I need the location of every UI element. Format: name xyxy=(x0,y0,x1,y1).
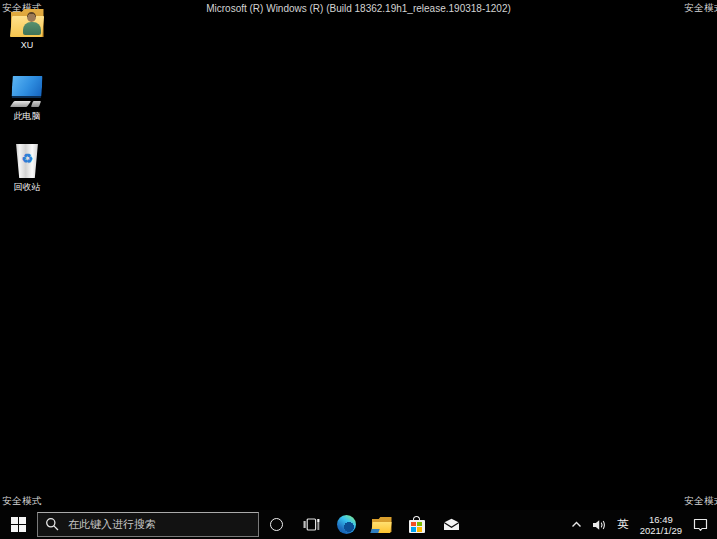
ime-indicator[interactable]: 英 xyxy=(612,510,634,539)
volume-icon xyxy=(592,519,607,531)
clock-time: 16:49 xyxy=(649,514,673,525)
taskbar-button-mail[interactable] xyxy=(434,510,469,539)
taskbar-button-store[interactable] xyxy=(399,510,434,539)
safe-mode-watermark-bottom-left: 安全模式 xyxy=(2,495,42,508)
system-tray: 英 16:49 2021/1/29 xyxy=(566,510,717,539)
desktop-icon-user-folder[interactable]: XU xyxy=(0,9,54,50)
taskbar: 英 16:49 2021/1/29 xyxy=(0,510,717,539)
clock[interactable]: 16:49 2021/1/29 xyxy=(634,510,688,539)
this-pc-icon xyxy=(8,76,46,107)
taskbar-button-edge[interactable] xyxy=(329,510,364,539)
start-button[interactable] xyxy=(0,510,37,539)
task-view-icon xyxy=(303,517,320,532)
clock-date: 2021/1/29 xyxy=(640,525,682,536)
desktop: 安全模式 安全模式 安全模式 安全模式 Microsoft (R) Window… xyxy=(0,0,717,539)
cortana-icon xyxy=(270,518,283,531)
volume-button[interactable] xyxy=(587,510,612,539)
user-folder-icon xyxy=(11,9,44,37)
desktop-icon-label: 回收站 xyxy=(14,181,41,194)
windows-logo-icon xyxy=(11,517,25,531)
ime-language-label: 英 xyxy=(617,517,629,532)
desktop-icon-recycle-bin[interactable]: ♻ 回收站 xyxy=(0,144,54,194)
action-center-button[interactable] xyxy=(688,510,713,539)
search-input[interactable] xyxy=(66,517,251,531)
taskbar-search-box[interactable] xyxy=(37,512,259,537)
safe-mode-watermark-bottom-right: 安全模式 xyxy=(684,495,717,508)
desktop-icon-this-pc[interactable]: 此电脑 xyxy=(0,76,54,123)
taskbar-button-file-explorer[interactable] xyxy=(364,510,399,539)
desktop-icon-label: 此电脑 xyxy=(14,110,41,123)
file-explorer-icon xyxy=(372,517,392,532)
search-icon xyxy=(45,517,59,531)
taskbar-button-cortana[interactable] xyxy=(259,510,294,539)
show-hidden-icons-button[interactable] xyxy=(566,510,587,539)
mail-icon xyxy=(443,518,460,531)
chevron-up-icon xyxy=(571,521,582,528)
recycle-bin-icon: ♻ xyxy=(14,144,40,178)
microsoft-store-icon xyxy=(409,516,425,533)
windows-build-watermark: Microsoft (R) Windows (R) (Build 18362.1… xyxy=(0,3,717,14)
edge-icon xyxy=(337,515,356,534)
desktop-icon-label: XU xyxy=(21,40,34,50)
recycle-arrows-glyph: ♻ xyxy=(14,152,40,165)
taskbar-button-task-view[interactable] xyxy=(294,510,329,539)
action-center-icon xyxy=(693,518,708,532)
